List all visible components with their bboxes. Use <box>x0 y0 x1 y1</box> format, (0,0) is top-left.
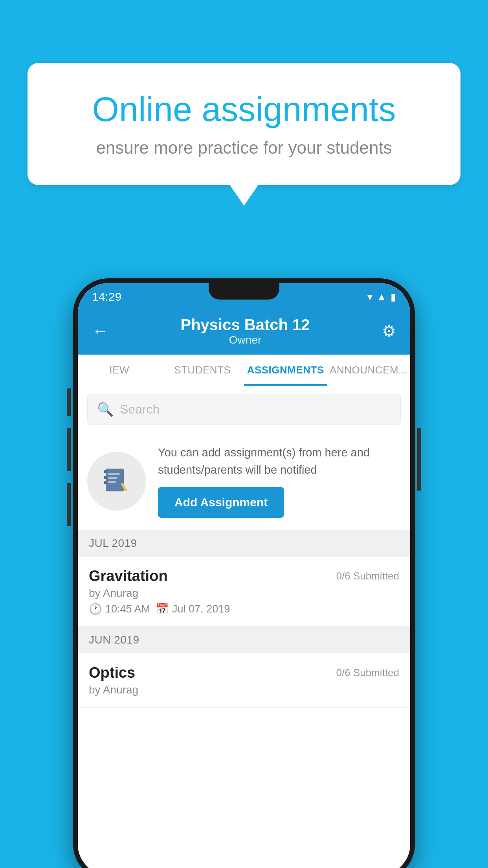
phone-screen: 14:29 ▾ ▲ ▮ ← Physics Batch 12 Owner ⚙ I… <box>78 283 410 868</box>
tab-iew[interactable]: IEW <box>78 355 161 386</box>
tab-announcements[interactable]: ANNOUNCEM... <box>327 355 411 386</box>
assignment-submitted-optics: 0/6 Submitted <box>336 667 399 679</box>
section-header-jun: JUN 2019 <box>78 627 410 653</box>
header-center: Physics Batch 12 Owner <box>108 316 382 346</box>
side-button-volume-up <box>67 428 71 471</box>
clock-icon: 🕐 <box>89 603 102 615</box>
add-assignment-button[interactable]: Add Assignment <box>158 487 284 518</box>
svg-rect-1 <box>104 470 106 473</box>
status-icons: ▾ ▲ ▮ <box>367 291 396 303</box>
app-header: ← Physics Batch 12 Owner ⚙ <box>78 307 410 355</box>
phone-frame: 14:29 ▾ ▲ ▮ ← Physics Batch 12 Owner ⚙ I… <box>73 278 415 868</box>
assignment-item-optics[interactable]: Optics 0/6 Submitted by Anurag <box>78 653 410 708</box>
side-button-power <box>417 428 421 491</box>
calendar-icon: 📅 <box>156 603 169 615</box>
status-time: 14:29 <box>92 290 121 303</box>
assignment-row-top-optics: Optics 0/6 Submitted <box>89 664 399 681</box>
svg-rect-6 <box>108 481 116 483</box>
side-button-volume-down <box>67 483 71 526</box>
assignment-icon-circle <box>87 452 146 511</box>
assignment-meta: 🕐 10:45 AM 📅 Jul 07, 2019 <box>89 603 399 615</box>
svg-rect-3 <box>104 481 106 484</box>
svg-rect-2 <box>104 476 106 479</box>
info-card: You can add assignment(s) from here and … <box>78 432 410 530</box>
assignment-row-top: Gravitation 0/6 Submitted <box>89 568 399 585</box>
side-button-volume-indicator <box>67 388 71 416</box>
assignment-name-optics: Optics <box>89 664 135 681</box>
notebook-icon <box>101 465 132 497</box>
search-bar[interactable]: 🔍 Search <box>87 394 401 425</box>
bubble-title: Online assignments <box>59 90 429 129</box>
header-subtitle: Owner <box>108 334 382 346</box>
assignment-author-optics: by Anurag <box>89 684 399 696</box>
info-card-description: You can add assignment(s) from here and … <box>158 444 401 478</box>
tab-assignments[interactable]: ASSIGNMENTS <box>244 355 327 386</box>
search-placeholder: Search <box>120 402 160 417</box>
settings-button[interactable]: ⚙ <box>382 322 396 340</box>
phone-notch <box>209 283 279 300</box>
assignment-submitted: 0/6 Submitted <box>336 570 399 582</box>
speech-bubble: Online assignments ensure more practice … <box>28 63 460 185</box>
info-card-content: You can add assignment(s) from here and … <box>158 444 401 518</box>
speech-bubble-container: Online assignments ensure more practice … <box>28 63 460 185</box>
assignment-author: by Anurag <box>89 587 399 600</box>
tab-bar: IEW STUDENTS ASSIGNMENTS ANNOUNCEM... <box>78 355 410 386</box>
battery-icon: ▮ <box>391 291 396 303</box>
wifi-icon: ▾ <box>367 291 372 303</box>
assignment-date: 📅 Jul 07, 2019 <box>156 603 230 615</box>
search-icon: 🔍 <box>97 401 114 417</box>
assignment-time: 🕐 10:45 AM <box>89 603 150 615</box>
svg-rect-4 <box>108 473 120 475</box>
section-header-jul: JUL 2019 <box>78 530 410 557</box>
bubble-subtitle: ensure more practice for your students <box>59 138 429 158</box>
signal-icon: ▲ <box>376 291 387 303</box>
search-container: 🔍 Search <box>78 386 410 432</box>
svg-rect-0 <box>106 469 124 491</box>
svg-rect-5 <box>108 477 117 479</box>
back-button[interactable]: ← <box>92 322 108 340</box>
assignment-item-gravitation[interactable]: Gravitation 0/6 Submitted by Anurag 🕐 10… <box>78 557 410 627</box>
tab-students[interactable]: STUDENTS <box>161 355 244 386</box>
header-title: Physics Batch 12 <box>108 316 382 334</box>
assignment-name: Gravitation <box>89 568 168 585</box>
